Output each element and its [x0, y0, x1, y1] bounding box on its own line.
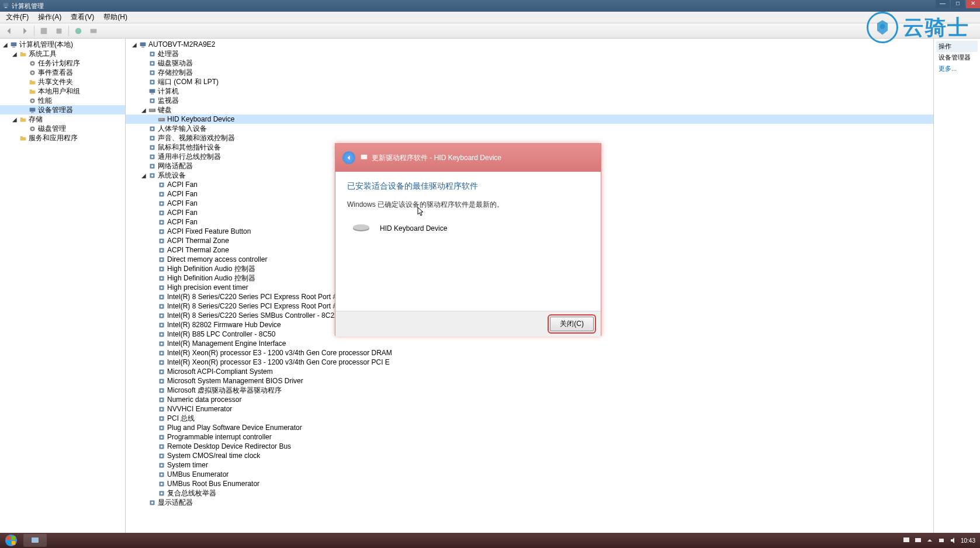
tree-item[interactable]: 存储控制器: [126, 68, 933, 77]
tree-item[interactable]: 设备管理器: [0, 105, 125, 115]
tree-item-label: 事件查看器: [38, 68, 73, 78]
dialog-title: 更新驱动程序软件 - HID Keyboard Device: [372, 153, 501, 163]
start-button[interactable]: [0, 533, 22, 548]
back-icon[interactable]: [4, 25, 15, 37]
tree-item[interactable]: 磁盘驱动器: [126, 58, 933, 68]
tree-item-label: 设备管理器: [38, 105, 73, 115]
tree-item[interactable]: ◢系统工具: [0, 49, 125, 58]
dialog-titlebar[interactable]: 更新驱动程序软件 - HID Keyboard Device: [335, 144, 601, 172]
tree-item[interactable]: 显示适配器: [126, 498, 933, 507]
tree-item[interactable]: System timer: [126, 460, 933, 470]
tree-item[interactable]: 共享文件夹: [0, 77, 125, 86]
chip-icon: [157, 442, 166, 451]
tree-item[interactable]: HID Keyboard Device: [126, 115, 933, 124]
tree-item-label: NVVHCI Enumerator: [167, 405, 232, 413]
tree-item[interactable]: Plug and Play Software Device Enumerator: [126, 423, 933, 432]
tree-item[interactable]: 事件查看器: [0, 68, 125, 77]
menu-action[interactable]: 操作(A): [34, 12, 65, 23]
svg-rect-101: [161, 408, 162, 410]
properties-icon[interactable]: [38, 25, 50, 37]
tree-item[interactable]: 人体学输入设备: [126, 124, 933, 133]
tree-item[interactable]: System CMOS/real time clock: [126, 451, 933, 460]
dialog-back-icon[interactable]: [342, 151, 355, 164]
actions-more-link[interactable]: 更多...: [936, 63, 978, 74]
collapse-icon[interactable]: ◢: [1, 41, 9, 48]
scan-icon[interactable]: [88, 25, 99, 37]
tree-item[interactable]: 任务计划程序: [0, 58, 125, 68]
menu-view[interactable]: 查看(V): [67, 12, 98, 23]
tree-item-label: Numeric data processor: [167, 396, 241, 404]
tree-item[interactable]: 监视器: [126, 96, 933, 105]
actions-header: 操作: [936, 41, 978, 52]
tree-item[interactable]: Numeric data processor: [126, 395, 933, 404]
tree-item[interactable]: UMBus Enumerator: [126, 470, 933, 479]
system-tray: 10:43: [902, 536, 980, 544]
tree-item[interactable]: 声音、视频和游戏控制器: [126, 133, 933, 143]
tree-item[interactable]: 计算机: [126, 86, 933, 96]
minimize-button[interactable]: —: [936, 0, 950, 8]
tree-item[interactable]: UMBus Root Bus Enumerator: [126, 479, 933, 488]
menu-file[interactable]: 文件(F): [2, 12, 32, 23]
tree-item[interactable]: Intel(R) Xeon(R) processor E3 - 1200 v3/…: [126, 358, 933, 367]
tree-item-label: 系统工具: [29, 49, 57, 59]
tray-volume-icon[interactable]: [949, 536, 957, 544]
tree-item[interactable]: Microsoft System Management BIOS Driver: [126, 376, 933, 386]
chip-icon: [157, 321, 166, 330]
tree-item[interactable]: ◢AUTOBVT-M2RA9E2: [126, 40, 933, 49]
close-button[interactable]: 关闭(C): [550, 317, 594, 331]
tray-network-icon[interactable]: [937, 536, 946, 544]
chip-icon: [148, 50, 157, 58]
chip-icon: [157, 246, 166, 255]
maximize-button[interactable]: □: [951, 0, 965, 8]
taskbar-app[interactable]: [23, 534, 47, 547]
tree-item-label: AUTOBVT-M2RA9E2: [148, 40, 215, 48]
tree-item[interactable]: 磁盘管理: [0, 124, 125, 133]
taskbar-clock[interactable]: 10:43: [961, 537, 975, 544]
chip-icon: [157, 181, 166, 189]
computer-icon: [9, 40, 18, 49]
tree-item-label: 监视器: [158, 96, 179, 106]
app-icon: [2, 2, 9, 11]
svg-rect-18: [140, 42, 146, 46]
chip-icon: [157, 433, 166, 442]
tree-item[interactable]: 本地用户和组: [0, 86, 125, 96]
svg-rect-109: [161, 445, 162, 447]
tree-item[interactable]: Microsoft ACPI-Compliant System: [126, 367, 933, 376]
tree-item[interactable]: 性能: [0, 96, 125, 105]
tree-item[interactable]: PCI 总线: [126, 414, 933, 423]
tree-item[interactable]: NVVHCI Enumerator: [126, 404, 933, 414]
tree-item[interactable]: ◢键盘: [126, 105, 933, 115]
tree-item[interactable]: Intel(R) Management Engine Interface: [126, 339, 933, 348]
refresh-icon[interactable]: [53, 25, 65, 37]
chip-icon: [157, 209, 166, 217]
tray-flag-icon[interactable]: [902, 536, 910, 544]
tree-item[interactable]: ◢存储: [0, 115, 125, 124]
collapse-icon[interactable]: ◢: [11, 51, 19, 57]
toolbar-separator: [68, 26, 69, 36]
tray-action-icon[interactable]: [914, 536, 922, 544]
tree-item[interactable]: 服务和应用程序: [0, 133, 125, 143]
tree-item[interactable]: 处理器: [126, 49, 933, 58]
tree-item[interactable]: 复合总线枚举器: [126, 488, 933, 498]
tree-item[interactable]: Programmable interrupt controller: [126, 432, 933, 442]
folder-icon: [19, 134, 27, 143]
menu-help[interactable]: 帮助(H): [100, 12, 131, 23]
tree-item[interactable]: Microsoft 虚拟驱动器枚举器驱动程序: [126, 386, 933, 395]
collapse-icon[interactable]: ◢: [140, 107, 148, 113]
tree-item[interactable]: 端口 (COM 和 LPT): [126, 77, 933, 86]
tree-item[interactable]: Intel(R) Xeon(R) processor E3 - 1200 v3/…: [126, 348, 933, 358]
window-close-button[interactable]: ✕: [966, 0, 980, 8]
collapse-icon[interactable]: ◢: [130, 41, 138, 48]
collapse-icon[interactable]: ◢: [11, 116, 19, 123]
tray-chevron-icon[interactable]: [926, 536, 934, 544]
tree-item[interactable]: Remote Desktop Device Redirector Bus: [126, 442, 933, 451]
chip-icon: [148, 124, 157, 133]
collapse-icon[interactable]: ◢: [140, 172, 148, 179]
svg-rect-95: [161, 380, 162, 381]
svg-rect-61: [161, 221, 162, 223]
chip-icon: [148, 134, 157, 143]
tree-item[interactable]: ◢计算机管理(本地): [0, 40, 125, 49]
menu-bar: 文件(F) 操作(A) 查看(V) 帮助(H): [0, 12, 980, 23]
forward-icon[interactable]: [19, 25, 30, 37]
help-icon[interactable]: [72, 25, 84, 37]
